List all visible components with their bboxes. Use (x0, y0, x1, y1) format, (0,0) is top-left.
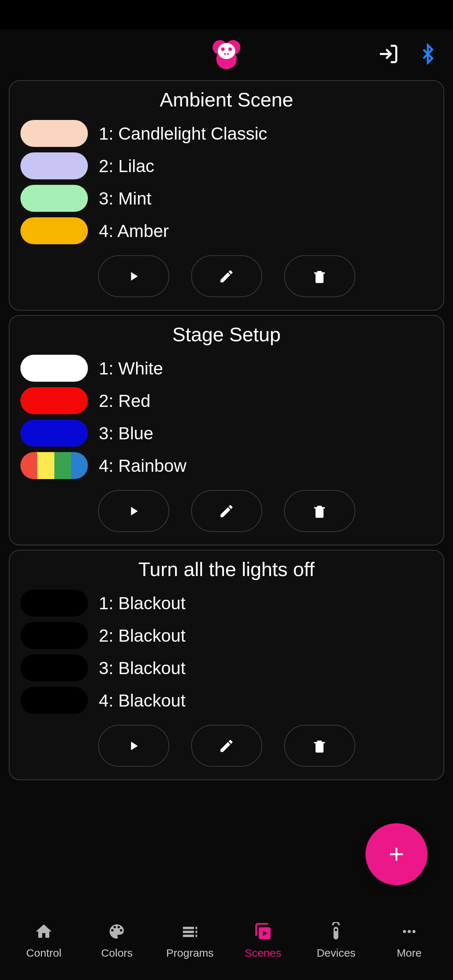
svg-rect-15 (196, 931, 197, 933)
home-icon (34, 921, 53, 942)
scene-item[interactable]: 3: Mint (21, 185, 432, 212)
scene-actions (21, 255, 432, 297)
tab-label: Scenes (245, 947, 281, 959)
scene-item-label: 2: Blackout (99, 625, 185, 646)
enter-icon[interactable] (377, 43, 399, 66)
list-icon (180, 921, 199, 942)
palette-icon (107, 921, 126, 942)
tab-programs[interactable]: Programs (153, 921, 226, 959)
add-scene-button[interactable] (365, 823, 427, 885)
scene-item-label: 4: Amber (99, 221, 169, 241)
scene-item-label: 2: Lilac (99, 156, 154, 176)
scene-title: Turn all the lights off (21, 558, 432, 581)
svg-point-20 (403, 930, 406, 933)
svg-point-6 (224, 53, 226, 55)
scene-item[interactable]: 2: Lilac (21, 153, 432, 180)
tab-colors[interactable]: Colors (80, 921, 153, 959)
scene-item-label: 1: Candlelight Classic (99, 124, 267, 144)
app-header (0, 29, 453, 80)
tab-label: More (397, 947, 422, 959)
edit-button[interactable] (191, 255, 262, 297)
scene-item[interactable]: 3: Blue (21, 420, 432, 447)
delete-button[interactable] (284, 255, 355, 297)
play-button[interactable] (98, 490, 169, 532)
tab-more[interactable]: More (373, 921, 446, 959)
scene-item-label: 4: Blackout (99, 690, 185, 711)
scene-item[interactable]: 4: Rainbow (21, 452, 432, 479)
scene-item[interactable]: 1: White (21, 355, 432, 382)
bluetooth-icon[interactable] (417, 43, 439, 66)
scene-item[interactable]: 4: Blackout (21, 687, 432, 714)
scene-card: Stage Setup 1: White 2: Red 3: Blue 4: R… (9, 315, 444, 546)
scene-item-label: 1: Blackout (99, 593, 185, 613)
trash-icon (311, 268, 327, 285)
scene-card: Ambient Scene 1: Candlelight Classic 2: … (9, 80, 444, 310)
scene-item-label: 3: Blackout (99, 658, 185, 678)
pencil-icon (219, 503, 234, 519)
more-icon (400, 921, 419, 942)
play-icon (126, 504, 141, 519)
play-icon (126, 269, 141, 284)
color-swatch (21, 420, 88, 447)
scene-card: Turn all the lights off 1: Blackout 2: B… (9, 550, 444, 780)
tab-label: Devices (317, 947, 356, 959)
tab-label: Control (26, 947, 62, 959)
status-bar (0, 0, 453, 29)
scenes-list: Ambient Scene 1: Candlelight Classic 2: … (0, 80, 453, 780)
scene-title: Stage Setup (21, 323, 432, 345)
scene-item-label: 1: White (99, 358, 163, 379)
svg-point-4 (221, 48, 225, 51)
scene-title: Ambient Scene (21, 88, 432, 111)
edit-button[interactable] (191, 490, 262, 532)
svg-rect-12 (183, 931, 194, 933)
scene-item[interactable]: 4: Amber (21, 217, 432, 244)
scene-item-label: 4: Rainbow (99, 456, 187, 476)
app-logo-icon (208, 37, 245, 73)
color-swatch (21, 355, 88, 382)
scene-item[interactable]: 1: Blackout (21, 590, 432, 617)
svg-rect-16 (196, 935, 197, 937)
edit-button[interactable] (191, 725, 262, 767)
play-icon (126, 739, 141, 753)
svg-rect-11 (183, 927, 194, 929)
scene-item[interactable]: 2: Blackout (21, 622, 432, 649)
scene-item-label: 3: Mint (99, 188, 152, 208)
svg-point-5 (228, 48, 232, 51)
tab-bar: Control Colors Programs Scenes Devices M… (0, 911, 453, 980)
tab-devices[interactable]: Devices (300, 921, 372, 959)
svg-point-21 (407, 930, 411, 933)
color-swatch (21, 687, 88, 714)
svg-rect-14 (196, 927, 197, 929)
play-button[interactable] (98, 255, 169, 297)
delete-button[interactable] (284, 725, 355, 767)
tab-scenes[interactable]: Scenes (226, 921, 300, 959)
trash-icon (311, 738, 327, 754)
remote-icon (327, 921, 345, 942)
scene-item[interactable]: 2: Red (21, 387, 432, 414)
svg-point-7 (227, 53, 229, 55)
pencil-icon (219, 268, 234, 285)
color-swatch (21, 185, 88, 212)
color-swatch (21, 153, 88, 180)
svg-rect-13 (183, 935, 194, 937)
color-swatch (21, 120, 88, 147)
scene-actions (21, 490, 432, 532)
svg-point-3 (218, 43, 235, 59)
tab-control[interactable]: Control (7, 921, 80, 959)
color-swatch (21, 217, 88, 244)
color-swatch (21, 622, 88, 649)
scene-item[interactable]: 3: Blackout (21, 654, 432, 681)
color-swatch (21, 590, 88, 617)
scene-actions (21, 725, 432, 767)
delete-button[interactable] (284, 490, 355, 532)
svg-point-19 (335, 929, 337, 931)
scene-item[interactable]: 1: Candlelight Classic (21, 120, 432, 147)
plus-icon (386, 843, 407, 865)
trash-icon (311, 503, 327, 519)
color-swatch (21, 654, 88, 681)
scene-item-label: 2: Red (99, 391, 150, 411)
play-button[interactable] (98, 725, 169, 767)
tab-label: Programs (166, 947, 214, 959)
tab-label: Colors (101, 947, 133, 959)
color-swatch (21, 387, 88, 414)
